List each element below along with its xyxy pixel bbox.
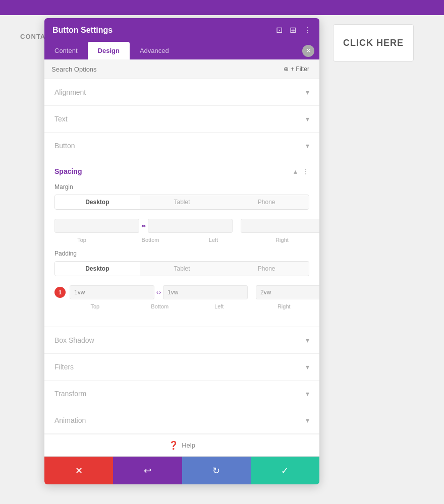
padding-top-input[interactable] [70,285,154,299]
padding-input-row: 1 ⇔ ⇔ [54,283,309,301]
margin-device-tabs: Desktop Tablet Phone [54,195,309,210]
transform-label: Transform [54,390,86,398]
save-button[interactable]: ✓ [251,457,319,484]
margin-top-label: Top [54,237,109,243]
padding-left-label: Left [194,303,245,309]
margin-top-bottom-group: ⇔ [54,219,233,233]
transform-section-row[interactable]: Transform ▾ [44,381,319,407]
text-section-row[interactable]: Text ▾ [44,106,319,133]
padding-tablet-tab[interactable]: Tablet [140,262,225,276]
panel-header: Button Settings ⊡ ⊞ ⋮ [44,18,319,42]
filter-button[interactable]: ⊕ + Filter [281,65,312,74]
margin-left-input[interactable] [241,219,319,233]
margin-input-row: ⇔ ⇔ [54,217,309,235]
padding-tb-labels: Top Bottom [70,303,185,309]
box-shadow-chevron: ▾ [306,336,309,344]
margin-top-input[interactable] [54,219,139,233]
padding-tb-link-icon[interactable]: ⇔ [156,289,161,296]
animation-section-row[interactable]: Animation ▾ [44,407,319,434]
panel-title: Button Settings [52,26,113,35]
spacing-header: Spacing ▴ ⋮ [54,167,309,175]
spacing-icons: ▴ ⋮ [294,167,309,175]
canvas: CONTA CLICK HERE Button Settings ⊡ ⊞ ⋮ C… [0,0,444,504]
search-input[interactable] [51,66,281,73]
top-stripe [0,0,444,15]
filters-chevron: ▾ [306,363,309,371]
undo-button[interactable]: ↩ [113,457,182,484]
padding-label-spacer [185,303,194,309]
columns-icon[interactable]: ⊞ [290,25,296,35]
filter-label: + Filter [291,66,309,73]
margin-bottom-input[interactable] [148,219,233,233]
padding-top-bottom-group: ⇔ [70,285,248,299]
margin-label-spacer [178,237,186,243]
text-chevron: ▾ [306,115,309,123]
margin-tb-labels: Top Bottom [54,237,178,243]
box-shadow-label: Box Shadow [54,336,94,344]
more-options-icon[interactable]: ⋮ [303,25,311,35]
close-panel-button[interactable]: ✕ [302,45,314,57]
help-icon: ❓ [169,440,179,450]
padding-bottom-input[interactable] [163,285,248,299]
conta-label: CONTA [20,33,45,40]
spacing-title: Spacing [54,167,82,175]
tab-advanced[interactable]: Advanced [130,42,179,59]
tab-content[interactable]: Content [44,42,88,59]
animation-label: Animation [54,416,86,424]
margin-tablet-tab[interactable]: Tablet [140,195,225,209]
help-row: ❓ Help [44,434,319,456]
padding-desktop-tab[interactable]: Desktop [55,262,140,276]
tab-bar: Content Design Advanced ✕ [44,42,319,59]
padding-right-label: Right [259,303,310,309]
tab-bar-close: ✕ [302,42,319,59]
spacing-section: Spacing ▴ ⋮ Margin Desktop Tablet Phone [44,159,319,327]
alignment-chevron: ▾ [306,88,309,96]
panel-header-icons: ⊡ ⊞ ⋮ [276,25,311,35]
search-bar: ⊕ + Filter [44,59,319,79]
animation-chevron: ▾ [306,416,309,424]
click-here-button[interactable]: CLICK HERE [333,24,414,61]
box-shadow-section-row[interactable]: Box Shadow ▾ [44,327,319,354]
padding-device-tabs: Desktop Tablet Phone [54,261,309,276]
step-badge: 1 [54,287,66,298]
margin-lr-labels: Left Right [186,237,309,243]
alignment-label: Alignment [54,88,86,96]
margin-right-label: Right [255,237,309,243]
alignment-section-row[interactable]: Alignment ▾ [44,79,319,106]
panel-body: Alignment ▾ Text ▾ Button ▾ Spacing ▴ ⋮ [44,79,319,456]
margin-label: Margin [54,183,309,191]
filters-label: Filters [54,363,74,371]
button-section-row[interactable]: Button ▾ [44,133,319,159]
filter-icon: ⊕ [284,66,289,73]
button-label: Button [54,142,75,150]
margin-desktop-tab[interactable]: Desktop [55,195,140,209]
filters-section-row[interactable]: Filters ▾ [44,354,319,381]
spacing-more-icon[interactable]: ⋮ [302,167,309,175]
margin-left-right-group: ⇔ [241,219,319,233]
margin-input-labels: Top Bottom Left Right [54,237,309,243]
padding-top-label: Top [70,303,121,309]
margin-left-label: Left [186,237,241,243]
button-settings-panel: Button Settings ⊡ ⊞ ⋮ Content Design Adv… [44,18,319,484]
button-chevron: ▾ [306,142,309,150]
spacing-collapse-icon[interactable]: ▴ [294,167,297,175]
padding-input-labels: Top Bottom Left Right [54,303,309,309]
redo-button[interactable]: ↻ [182,457,251,484]
padding-lr-labels: Left Right [194,303,309,309]
fullscreen-icon[interactable]: ⊡ [276,25,283,35]
transform-chevron: ▾ [306,390,309,398]
padding-bottom-label: Bottom [135,303,186,309]
margin-bottom-label: Bottom [123,237,178,243]
tab-design[interactable]: Design [88,42,130,59]
help-label: Help [182,442,195,449]
cancel-button[interactable]: ✕ [44,457,113,484]
text-label: Text [54,115,68,123]
click-here-label: CLICK HERE [343,38,404,48]
padding-phone-tab[interactable]: Phone [224,262,309,276]
margin-tb-link-icon[interactable]: ⇔ [141,223,146,229]
bottom-actions: ✕ ↩ ↻ ✓ [44,456,319,484]
padding-label: Padding [54,250,309,257]
margin-phone-tab[interactable]: Phone [224,195,309,209]
padding-left-right-group: ⇔ [256,285,319,299]
padding-left-input[interactable] [256,285,319,299]
